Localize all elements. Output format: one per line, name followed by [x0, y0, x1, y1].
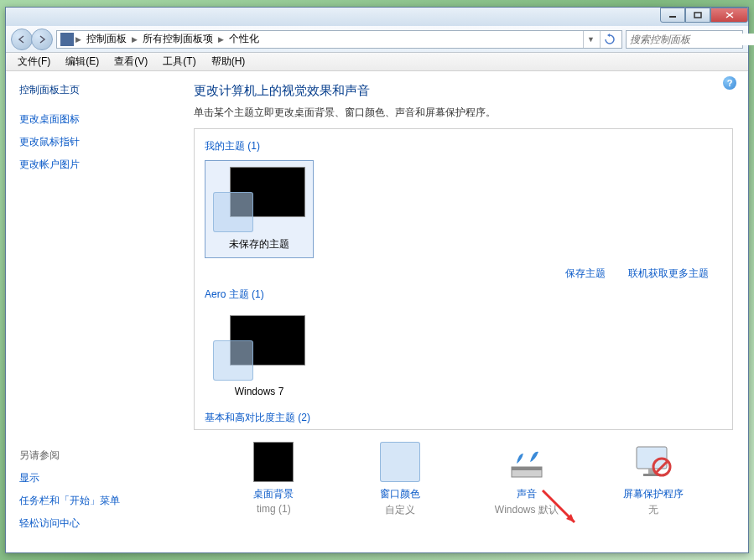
control-panel-icon — [60, 33, 74, 46]
sidebar: 控制面板主页 更改桌面图标 更改鼠标指针 更改帐户图片 另请参阅 显示 任务栏和… — [6, 71, 182, 552]
sounds-button[interactable]: 声音 Windows 默认 — [472, 442, 581, 517]
sound-icon — [507, 442, 547, 482]
window-color-button[interactable]: 窗口颜色 自定义 — [346, 442, 455, 517]
sidebar-see-also: 另请参阅 — [19, 449, 120, 463]
sidebar-link-account-picture[interactable]: 更改帐户图片 — [19, 158, 169, 172]
sidebar-foot-display[interactable]: 显示 — [19, 471, 120, 485]
menu-help[interactable]: 帮助(H) — [205, 53, 252, 70]
forward-button[interactable] — [31, 29, 53, 50]
minimize-button[interactable] — [660, 8, 685, 23]
refresh-button[interactable] — [600, 31, 618, 48]
page-subtitle: 单击某个主题立即更改桌面背景、窗口颜色、声音和屏幕保护程序。 — [194, 106, 733, 120]
control-panel-window: ▶ 控制面板 ▶ 所有控制面板项 ▶ 个性化 ▼ 文件(F) 编辑(E) 查看(… — [5, 7, 749, 553]
sidebar-foot-taskbar[interactable]: 任务栏和「开始」菜单 — [19, 494, 120, 508]
chevron-right-icon: ▶ — [75, 35, 81, 44]
theme-windows7[interactable]: Windows 7 — [205, 309, 314, 404]
back-button[interactable] — [11, 29, 33, 50]
navbar: ▶ 控制面板 ▶ 所有控制面板项 ▶ 个性化 ▼ — [6, 26, 748, 53]
menubar: 文件(F) 编辑(E) 查看(V) 工具(T) 帮助(H) — [6, 53, 748, 71]
sidebar-link-mouse-pointer[interactable]: 更改鼠标指针 — [19, 135, 169, 149]
themes-list[interactable]: 我的主题 (1) 未保存的主题 保存主题 联机获取更多主题 Aero 主题 (1… — [194, 128, 733, 430]
theme-label: 未保存的主题 — [211, 237, 307, 251]
search-box[interactable] — [626, 30, 743, 49]
titlebar — [6, 8, 748, 26]
address-dropdown-button[interactable]: ▼ — [583, 31, 598, 48]
menu-tools[interactable]: 工具(T) — [156, 53, 202, 70]
menu-edit[interactable]: 编辑(E) — [59, 53, 106, 70]
theme-label: Windows 7 — [211, 386, 307, 397]
sidebar-link-desktop-icons[interactable]: 更改桌面图标 — [19, 112, 169, 127]
search-input[interactable] — [630, 34, 754, 45]
address-bar[interactable]: ▶ 控制面板 ▶ 所有控制面板项 ▶ 个性化 ▼ — [56, 30, 622, 49]
close-button[interactable] — [710, 8, 748, 23]
svg-rect-0 — [669, 16, 676, 18]
desktop-background-button[interactable]: 桌面背景 timg (1) — [219, 442, 328, 517]
page-title: 更改计算机上的视觉效果和声音 — [194, 83, 733, 99]
svg-rect-1 — [694, 13, 701, 18]
screensaver-icon — [633, 442, 673, 482]
breadcrumb-personalization[interactable]: 个性化 — [226, 32, 263, 46]
theme-unsaved[interactable]: 未保存的主题 — [205, 160, 314, 258]
screensaver-button[interactable]: 屏幕保护程序 无 — [599, 442, 708, 517]
menu-view[interactable]: 查看(V) — [107, 53, 154, 70]
desktop-background-icon — [253, 442, 294, 482]
sidebar-home[interactable]: 控制面板主页 — [19, 83, 169, 97]
maximize-button[interactable] — [685, 8, 710, 23]
svg-rect-7 — [512, 467, 542, 470]
chevron-right-icon: ▶ — [218, 35, 224, 44]
category-my-themes: 我的主题 (1) — [205, 139, 722, 153]
menu-file[interactable]: 文件(F) — [11, 53, 57, 70]
link-get-more-themes[interactable]: 联机获取更多主题 — [628, 267, 709, 279]
link-save-theme[interactable]: 保存主题 — [565, 267, 606, 279]
category-basic-themes: 基本和高对比度主题 (2) — [205, 411, 722, 425]
category-aero-themes: Aero 主题 (1) — [205, 288, 722, 302]
sidebar-foot-ease[interactable]: 轻松访问中心 — [19, 516, 120, 531]
breadcrumb-control-panel[interactable]: 控制面板 — [83, 32, 130, 46]
main-panel: 更改计算机上的视觉效果和声音 单击某个主题立即更改桌面背景、窗口颜色、声音和屏幕… — [182, 71, 748, 552]
window-color-icon — [380, 442, 420, 482]
breadcrumb-all-items[interactable]: 所有控制面板项 — [139, 32, 216, 46]
bottom-settings-row: 桌面背景 timg (1) 窗口颜色 自定义 声音 Windows 默认 — [194, 442, 733, 517]
chevron-right-icon: ▶ — [132, 35, 138, 44]
